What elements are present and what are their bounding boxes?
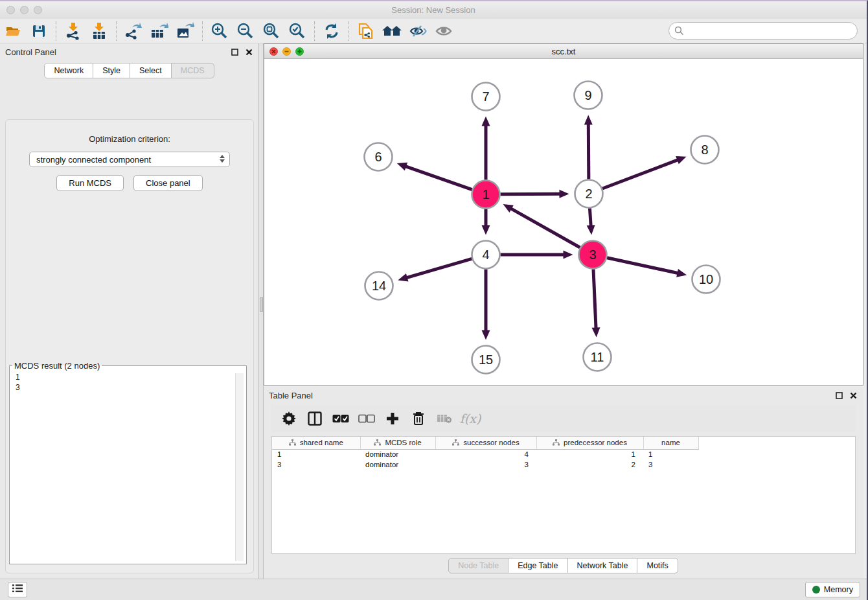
toolbar-separator <box>116 21 117 41</box>
deselect-all-icon[interactable] <box>357 409 376 428</box>
graph-node-label-8: 8 <box>701 143 708 157</box>
table-row[interactable]: 1dominator411 <box>272 449 698 459</box>
table-cell[interactable]: 3 <box>272 459 360 470</box>
fx-label: f(x) <box>460 411 481 426</box>
graph-node-label-3: 3 <box>589 248 596 262</box>
tab-network-table[interactable]: Network Table <box>567 558 638 573</box>
arrowhead-2-3 <box>587 225 595 235</box>
column-header-MCDS-role[interactable]: MCDS role <box>360 437 435 449</box>
tab-node-table[interactable]: Node Table <box>448 558 508 573</box>
network-maximize-icon[interactable] <box>295 47 304 56</box>
table-cell[interactable]: 1 <box>536 449 643 459</box>
import-table-icon[interactable] <box>86 21 112 41</box>
edge-1-6[interactable] <box>405 166 472 189</box>
columns-icon[interactable] <box>305 409 325 428</box>
export-table-icon[interactable] <box>146 21 172 41</box>
arrowhead-1-7 <box>482 117 490 126</box>
tab-edge-table[interactable]: Edge Table <box>508 558 567 573</box>
table-cell[interactable]: dominator <box>360 449 435 459</box>
result-scrollbar[interactable] <box>235 373 244 561</box>
network-minimize-icon[interactable] <box>282 47 291 56</box>
table-cell[interactable]: 3 <box>643 459 698 470</box>
edge-2-9[interactable] <box>588 123 589 179</box>
graph-node-label-7: 7 <box>482 89 489 104</box>
network-canvas[interactable]: 7968124314101511 <box>264 59 863 385</box>
table-cell[interactable]: 1 <box>272 449 360 459</box>
tab-motifs[interactable]: Motifs <box>637 558 678 573</box>
control-panel: Control Panel Network Style Select MCDS … <box>0 43 259 579</box>
edge-2-8[interactable] <box>602 159 678 189</box>
column-type-icon <box>374 439 381 446</box>
tab-style[interactable]: Style <box>93 63 130 78</box>
add-column-icon[interactable] <box>383 409 402 428</box>
tab-select[interactable]: Select <box>130 63 172 78</box>
window-titlebar: Session: New Session <box>0 1 867 19</box>
delete-table-icon[interactable] <box>435 409 454 428</box>
edge-3-1[interactable] <box>510 208 580 248</box>
zoom-in-icon[interactable] <box>207 21 233 41</box>
open-session-icon[interactable] <box>0 21 26 41</box>
zoom-fit-icon[interactable] <box>258 21 284 41</box>
zoom-selected-icon[interactable] <box>284 21 310 41</box>
table-cell[interactable]: 1 <box>643 449 698 459</box>
table-cell[interactable]: dominator <box>360 459 435 470</box>
optimization-criterion-value: strongly connected component <box>36 155 151 165</box>
edge-2-3[interactable] <box>589 208 591 226</box>
close-panel-button[interactable]: Close panel <box>133 175 203 191</box>
gear-icon[interactable] <box>279 409 299 428</box>
select-all-icon[interactable] <box>331 409 350 428</box>
run-mcds-button[interactable]: Run MCDS <box>56 175 124 191</box>
edge-3-10[interactable] <box>607 258 679 273</box>
split-handle[interactable] <box>260 297 263 312</box>
show-all-eye-icon[interactable] <box>431 21 457 41</box>
node-table[interactable]: shared nameMCDS rolesuccessor nodesprede… <box>272 437 699 470</box>
graph-node-label-4: 4 <box>482 248 489 262</box>
column-header-predecessor-nodes[interactable]: predecessor nodes <box>536 437 643 449</box>
table-cell[interactable]: 4 <box>435 449 536 459</box>
hide-selected-eye-icon[interactable] <box>405 21 431 41</box>
column-header-shared-name[interactable]: shared name <box>272 437 360 449</box>
column-type-icon <box>553 439 560 446</box>
memory-button[interactable]: Memory <box>805 582 860 597</box>
export-network-icon[interactable] <box>120 21 146 41</box>
refresh-layout-icon[interactable] <box>319 21 345 41</box>
close-table-panel-icon[interactable] <box>848 390 858 400</box>
save-session-icon[interactable] <box>26 21 52 41</box>
control-panel-title: Control Panel <box>5 47 56 57</box>
table-cell[interactable]: 3 <box>435 459 536 470</box>
column-header-successor-nodes[interactable]: successor nodes <box>435 437 536 449</box>
import-network-icon[interactable] <box>60 21 86 41</box>
network-close-icon[interactable] <box>269 47 278 56</box>
network-window-title: scc.txt <box>264 47 863 56</box>
search-input[interactable] <box>668 22 858 40</box>
edge-4-14[interactable] <box>406 259 472 278</box>
column-header-label: predecessor nodes <box>564 439 627 446</box>
graph-node-label-11: 11 <box>591 350 604 364</box>
optimization-criterion-select[interactable]: strongly connected component <box>29 152 230 167</box>
table-row[interactable]: 3dominator323 <box>272 459 698 470</box>
node-table-container: shared nameMCDS rolesuccessor nodesprede… <box>271 436 856 554</box>
tab-mcds[interactable]: MCDS <box>171 63 214 78</box>
column-header-name[interactable]: name <box>643 437 698 449</box>
edge-3-11[interactable] <box>593 269 596 329</box>
clone-network-view-icon[interactable] <box>353 21 379 41</box>
close-panel-icon[interactable] <box>244 47 254 57</box>
float-panel-icon[interactable] <box>229 47 240 57</box>
delete-column-icon[interactable] <box>409 409 428 428</box>
arrowhead-2-9 <box>584 115 593 124</box>
float-table-panel-icon[interactable] <box>834 390 844 400</box>
network-window-titlebar[interactable]: scc.txt <box>264 44 863 59</box>
zoom-out-icon[interactable] <box>233 21 258 41</box>
edge-1-2[interactable] <box>500 194 560 194</box>
graph-node-label-14: 14 <box>372 279 386 293</box>
panel-split-divider[interactable] <box>258 43 264 579</box>
table-cell[interactable]: 2 <box>536 459 643 470</box>
home-view-icon[interactable] <box>379 21 405 41</box>
function-builder-icon[interactable]: f(x) <box>461 409 480 428</box>
tab-network[interactable]: Network <box>44 63 93 78</box>
network-graph[interactable]: 7968124314101511 <box>264 59 863 386</box>
column-header-label: name <box>661 439 680 446</box>
task-history-button[interactable] <box>8 582 27 597</box>
export-image-icon[interactable] <box>172 21 198 41</box>
toolbar-separator <box>348 21 349 41</box>
